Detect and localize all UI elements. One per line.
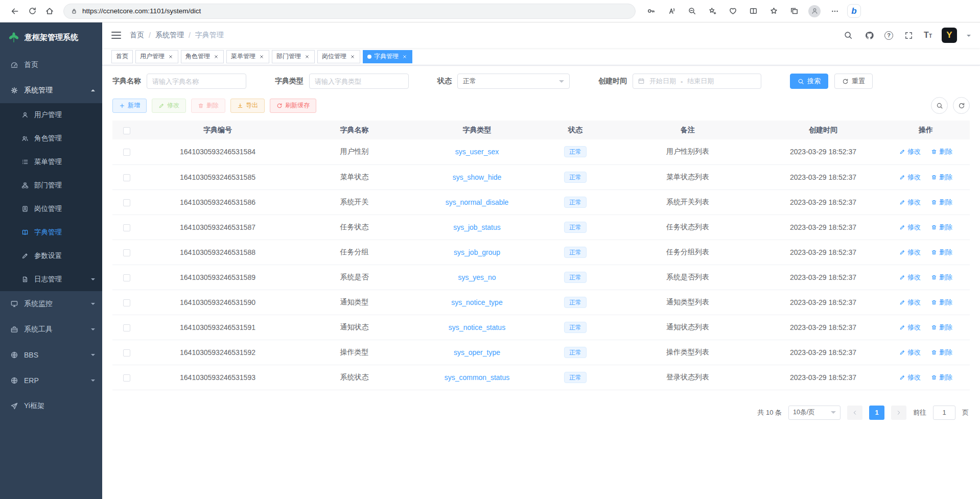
edit-row-button[interactable]: 修改 — [899, 173, 921, 182]
github-icon[interactable] — [864, 30, 875, 41]
row-checkbox[interactable] — [123, 149, 130, 156]
dict-type-link[interactable]: sys_notice_status — [449, 323, 505, 331]
browser-essentials-icon[interactable] — [725, 4, 741, 19]
refresh-cache-button[interactable]: 刷新缓存 — [270, 99, 316, 113]
tab-departments[interactable]: 部门管理 — [272, 50, 315, 63]
edit-button[interactable]: 修改 — [152, 99, 186, 113]
bing-chat-icon[interactable] — [847, 4, 861, 18]
add-favorite-icon[interactable] — [704, 4, 720, 19]
sidebar-item-system[interactable]: 系统管理 — [0, 78, 102, 103]
close-tab-icon[interactable] — [304, 53, 310, 60]
delete-row-button[interactable]: 删除 — [931, 248, 952, 257]
dict-type-link[interactable]: sys_user_sex — [455, 148, 499, 156]
delete-button[interactable]: 删除 — [191, 99, 225, 113]
saved-password-key-icon[interactable] — [643, 4, 659, 19]
tab-dict[interactable]: 字典管理 — [363, 50, 412, 63]
dict-type-link[interactable]: sys_show_hide — [453, 173, 502, 181]
row-checkbox[interactable] — [123, 249, 130, 256]
split-screen-icon[interactable] — [745, 4, 761, 19]
dict-type-link[interactable]: sys_oper_type — [454, 348, 500, 357]
font-size-icon[interactable]: TT — [924, 31, 932, 39]
sidebar-item-logs[interactable]: 日志管理 — [0, 268, 102, 291]
sidebar-item-tools[interactable]: 系统工具 — [0, 317, 102, 342]
dict-type-link[interactable]: sys_notice_type — [451, 298, 502, 306]
delete-row-button[interactable]: 删除 — [931, 323, 952, 332]
edit-row-button[interactable]: 修改 — [899, 298, 921, 307]
sidebar-item-yi[interactable]: Yi框架 — [0, 393, 102, 419]
dict-type-input[interactable] — [309, 74, 409, 89]
close-tab-icon[interactable] — [213, 53, 219, 60]
tab-roles[interactable]: 角色管理 — [181, 50, 224, 63]
sidebar-item-posts[interactable]: 岗位管理 — [0, 197, 102, 221]
next-page-button[interactable] — [891, 406, 906, 420]
close-tab-icon[interactable] — [349, 53, 356, 60]
row-checkbox[interactable] — [123, 199, 130, 206]
address-bar[interactable]: https://ccnetcore.com:1101/system/dict — [63, 4, 636, 19]
edit-row-button[interactable]: 修改 — [899, 223, 921, 232]
chevron-down-icon[interactable] — [967, 35, 971, 39]
sidebar-item-departments[interactable]: 部门管理 — [0, 174, 102, 197]
edit-row-button[interactable]: 修改 — [899, 248, 921, 257]
dict-type-link[interactable]: sys_job_group — [454, 248, 500, 256]
breadcrumb-system[interactable]: 系统管理 — [155, 31, 184, 40]
dict-type-link[interactable]: sys_common_status — [445, 373, 510, 382]
add-button[interactable]: 新增 — [112, 99, 147, 113]
row-checkbox[interactable] — [123, 374, 130, 382]
read-aloud-icon[interactable] — [663, 4, 680, 19]
sidebar-item-users[interactable]: 用户管理 — [0, 103, 102, 127]
row-checkbox[interactable] — [123, 349, 130, 357]
delete-row-button[interactable]: 删除 — [931, 147, 952, 156]
export-button[interactable]: 导出 — [230, 99, 265, 113]
delete-row-button[interactable]: 删除 — [931, 273, 952, 282]
breadcrumb-home[interactable]: 首页 — [130, 31, 144, 40]
sidebar-item-menus[interactable]: 菜单管理 — [0, 150, 102, 174]
search-button[interactable]: 搜索 — [790, 74, 828, 89]
close-tab-icon[interactable] — [258, 53, 265, 60]
date-range-picker[interactable]: 开始日期 - 结束日期 — [633, 74, 761, 89]
row-checkbox[interactable] — [123, 274, 130, 281]
edit-row-button[interactable]: 修改 — [899, 373, 921, 382]
header-search-icon[interactable] — [843, 30, 854, 41]
tab-posts[interactable]: 岗位管理 — [317, 50, 360, 63]
sidebar-item-dict[interactable]: 字典管理 — [0, 221, 102, 244]
refresh-table-button[interactable] — [953, 97, 970, 114]
goto-page-input[interactable] — [933, 406, 955, 420]
row-checkbox[interactable] — [123, 324, 130, 331]
sidebar-item-roles[interactable]: 角色管理 — [0, 127, 102, 150]
delete-row-button[interactable]: 删除 — [931, 198, 952, 207]
profile-avatar[interactable] — [806, 4, 823, 19]
row-checkbox[interactable] — [123, 299, 130, 306]
delete-row-button[interactable]: 删除 — [931, 173, 952, 182]
select-all-checkbox[interactable] — [123, 127, 130, 134]
edit-row-button[interactable]: 修改 — [899, 323, 921, 332]
browser-more-icon[interactable] — [827, 4, 843, 19]
favorites-icon[interactable] — [765, 4, 782, 19]
user-avatar[interactable] — [942, 28, 957, 43]
close-tab-icon[interactable] — [401, 53, 408, 60]
sidebar-item-bbs[interactable]: BBS — [0, 342, 102, 368]
sidebar-item-home[interactable]: 首页 — [0, 52, 102, 78]
delete-row-button[interactable]: 删除 — [931, 223, 952, 232]
page-size-select[interactable]: 10条/页 — [788, 406, 841, 420]
row-checkbox[interactable] — [123, 174, 130, 181]
tab-users[interactable]: 用户管理 — [135, 50, 178, 63]
sidebar-item-erp[interactable]: ERP — [0, 368, 102, 393]
zoom-out-icon[interactable] — [684, 4, 700, 19]
sidebar-item-params[interactable]: 参数设置 — [0, 244, 102, 268]
tab-menus[interactable]: 菜单管理 — [226, 50, 269, 63]
fullscreen-icon[interactable] — [903, 30, 914, 41]
prev-page-button[interactable] — [847, 406, 862, 420]
hamburger-icon[interactable] — [111, 32, 121, 39]
browser-back-button[interactable] — [6, 3, 24, 20]
edit-row-button[interactable]: 修改 — [899, 147, 921, 156]
browser-home-button[interactable] — [41, 3, 58, 20]
delete-row-button[interactable]: 删除 — [931, 298, 952, 307]
status-select[interactable]: 正常 — [457, 74, 570, 89]
toggle-search-button[interactable] — [931, 97, 948, 114]
edit-row-button[interactable]: 修改 — [899, 198, 921, 207]
page-number-current[interactable]: 1 — [869, 406, 884, 420]
sidebar-item-monitor[interactable]: 系统监控 — [0, 291, 102, 317]
reset-button[interactable]: 重置 — [834, 74, 873, 89]
collections-icon[interactable] — [786, 4, 802, 19]
dict-type-link[interactable]: sys_job_status — [453, 223, 501, 231]
